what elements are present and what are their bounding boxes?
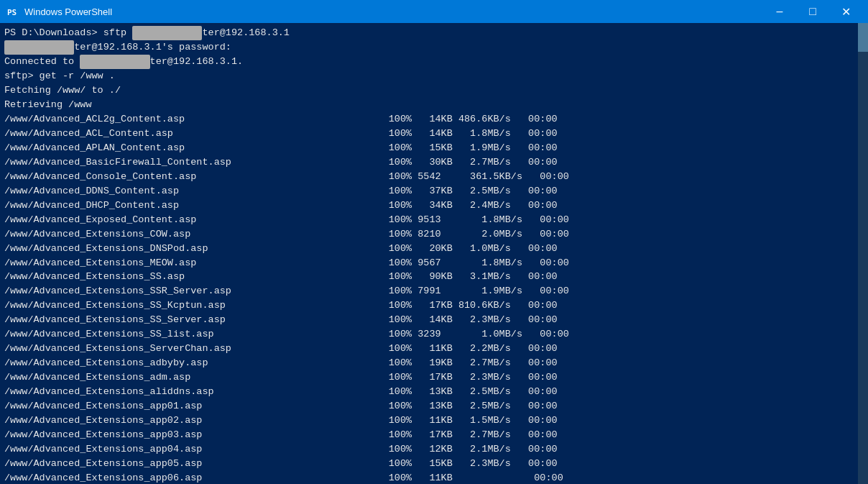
terminal-line: Fetching /www/ to ./ (4, 83, 864, 98)
titlebar-title: Windows PowerShell (24, 6, 112, 17)
terminal-line: /www/Advanced_Extensions_app02.asp 100% … (4, 414, 864, 428)
terminal-line: Connected to ter@192.168.3.1. (4, 55, 864, 69)
terminal-line: /www/Advanced_Extensions_DNSPod.asp 100%… (4, 242, 864, 256)
titlebar: PS Windows PowerShell – □ ✕ (0, 0, 868, 23)
terminal-line: /www/Advanced_BasicFirewall_Content.asp … (4, 155, 864, 170)
terminal-line: /www/Advanced_Extensions_SS_Kcptun.asp 1… (4, 298, 864, 313)
terminal-line: /www/Advanced_Extensions_SS_Server.asp 1… (4, 313, 864, 327)
terminal-line: /www/Advanced_Extensions_app05.asp 100% … (4, 457, 864, 471)
terminal-line: /www/Advanced_Extensions_adbyby.asp 100%… (4, 356, 864, 370)
terminal-line: /www/Advanced_Extensions_app06.asp 100% … (4, 471, 864, 484)
terminal-line: /www/Advanced_Extensions_app01.asp 100% … (4, 399, 864, 414)
terminal-line: /www/Advanced_Extensions_aliddns.asp 100… (4, 385, 864, 399)
terminal-line: /www/Advanced_Extensions_MEOW.asp 100% 9… (4, 256, 864, 270)
terminal-line: PS D:\Downloads> sftp ter@192.168.3.1 (4, 26, 864, 40)
scrollbar[interactable] (858, 23, 868, 484)
terminal-line: /www/Advanced_APLAN_Content.asp 100% 15K… (4, 141, 864, 155)
scrollbar-thumb[interactable] (858, 23, 868, 52)
powershell-icon: PS (6, 5, 19, 18)
terminal-line: /www/Advanced_Extensions_ServerChan.asp … (4, 342, 864, 356)
maximize-button[interactable]: □ (796, 0, 829, 23)
terminal-line: /www/Advanced_Exposed_Content.asp 100% 9… (4, 213, 864, 227)
svg-text:PS: PS (7, 8, 17, 17)
terminal-line: /www/Advanced_DHCP_Content.asp 100% 34KB… (4, 198, 864, 213)
terminal-line: /www/Advanced_Extensions_SS_list.asp 100… (4, 327, 864, 342)
terminal-window[interactable]: PS D:\Downloads> sftp ter@192.168.3.1 te… (0, 23, 868, 484)
terminal-content: PS D:\Downloads> sftp ter@192.168.3.1 te… (4, 26, 864, 484)
terminal-line: Retrieving /www (4, 98, 864, 112)
terminal-line: ter@192.168.3.1's password: (4, 40, 864, 55)
terminal-line: /www/Advanced_ACL_Content.asp 100% 14KB … (4, 127, 864, 141)
terminal-line: /www/Advanced_Extensions_adm.asp 100% 17… (4, 370, 864, 385)
terminal-line: /www/Advanced_Extensions_app04.asp 100% … (4, 442, 864, 457)
titlebar-left: PS Windows PowerShell (6, 5, 112, 18)
terminal-line: /www/Advanced_DDNS_Content.asp 100% 37KB… (4, 184, 864, 198)
terminal-line: /www/Advanced_Extensions_COW.asp 100% 82… (4, 227, 864, 242)
minimize-button[interactable]: – (763, 0, 796, 23)
terminal-line: /www/Advanced_ACL2g_Content.asp 100% 14K… (4, 112, 864, 127)
terminal-line: sftp> get -r /www . (4, 69, 864, 83)
terminal-line: /www/Advanced_Console_Content.asp 100% 5… (4, 170, 864, 184)
titlebar-controls: – □ ✕ (763, 0, 862, 23)
terminal-line: /www/Advanced_Extensions_SSR_Server.asp … (4, 284, 864, 298)
close-button[interactable]: ✕ (829, 0, 862, 23)
terminal-line: /www/Advanced_Extensions_app03.asp 100% … (4, 428, 864, 442)
terminal-line: /www/Advanced_Extensions_SS.asp 100% 90K… (4, 270, 864, 284)
